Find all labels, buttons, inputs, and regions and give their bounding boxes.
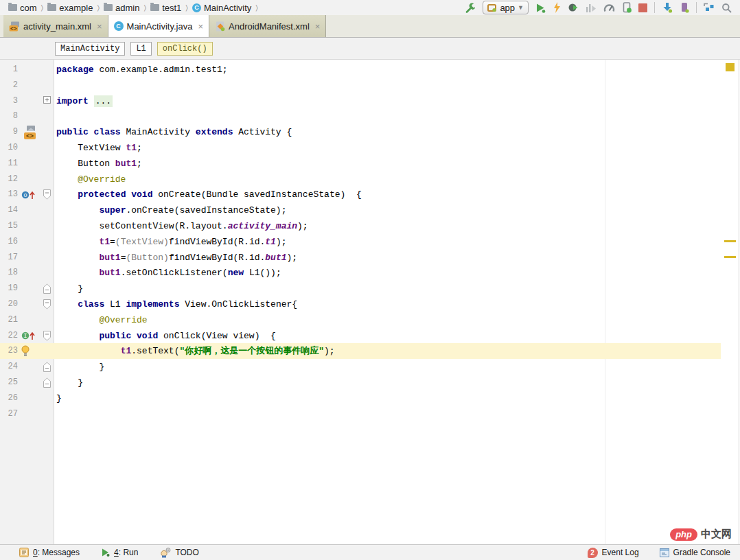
code-line-8[interactable]: 8 [0, 108, 721, 124]
tab-androidmanifest-xml[interactable]: AndroidManifest.xml × [209, 15, 326, 37]
run-icon [102, 548, 110, 557]
tab-mainactivity-java[interactable]: C MainActivity.java × [108, 15, 209, 37]
line-number: 25 [0, 375, 18, 390]
run-configuration-select[interactable]: app ▼ [483, 1, 529, 14]
editor-breadcrumb-l1[interactable]: L1 [130, 42, 151, 56]
code-line-18[interactable]: 18 but1.setOnClickListener(new L1()); [0, 265, 721, 281]
tab-label: AndroidManifest.xml [229, 21, 310, 32]
attach-debug-icon[interactable] [568, 2, 579, 13]
stop-button[interactable] [638, 3, 647, 12]
apply-changes-lightning-icon[interactable] [553, 2, 561, 13]
gradle-console-button[interactable]: Gradle Console [660, 548, 730, 557]
gradle-console-icon [660, 548, 669, 557]
line-number: 3 [0, 93, 18, 109]
breadcrumb-separator: 〉 [185, 3, 188, 12]
tab-activity-main-xml[interactable]: <> activity_main.xml × [3, 15, 108, 37]
code-line-12[interactable]: 12 @Override [0, 172, 721, 187]
line-number: 18 [0, 265, 18, 281]
close-icon[interactable]: × [97, 21, 102, 32]
stripe-warning-mark[interactable] [724, 240, 736, 242]
fold-marker-open[interactable] [43, 189, 51, 200]
chevron-down-icon: ▼ [518, 4, 524, 11]
svg-text:I: I [23, 333, 27, 340]
code-line-10[interactable]: 10 TextView t1; [0, 140, 721, 156]
run-toolwindow-button[interactable]: 4: Run [102, 548, 138, 557]
code-line-11[interactable]: 11 Button but1; [0, 156, 721, 172]
breadcrumb-item-example[interactable]: example [47, 3, 93, 13]
fold-marker-open[interactable] [43, 331, 51, 341]
stripe-warning-mark[interactable] [724, 256, 736, 258]
code-line-24[interactable]: 24 } [0, 359, 721, 375]
code-line-23[interactable]: 23 t1.setText("你好啊，这是一个按钮的事件响应"); [0, 343, 721, 359]
code-line-15[interactable]: 15 setContentView(R.layout.activity_main… [0, 218, 721, 234]
file-status-indicator[interactable] [726, 63, 735, 71]
line-number: 14 [0, 202, 18, 218]
close-icon[interactable]: × [198, 21, 203, 32]
run-button[interactable] [535, 3, 546, 13]
php-cn-watermark: php 中文网 [670, 528, 732, 541]
build-hammer-icon[interactable] [465, 2, 476, 13]
breadcrumb-label: test1 [162, 3, 181, 13]
code-line-3[interactable]: 3import ... [0, 93, 721, 109]
fold-marker-close[interactable] [43, 377, 51, 388]
code-line-13[interactable]: 13o protected void onCreate(Bundle saved… [0, 187, 721, 202]
code-line-26[interactable]: 26} [0, 390, 721, 406]
override-gutter-icon[interactable]: o [21, 187, 36, 202]
line-number: 12 [0, 172, 18, 187]
code-editor[interactable]: 1package com.example.admin.test1;23impor… [0, 60, 740, 544]
code-text: t1.setText("你好啊，这是一个按钮的事件响应"); [56, 343, 335, 359]
search-icon[interactable] [721, 3, 732, 13]
line-number: 1 [0, 62, 18, 78]
fold-marker-open[interactable] [43, 299, 51, 310]
code-text: package com.example.admin.test1; [56, 62, 228, 78]
code-line-21[interactable]: 21 @Override [0, 312, 721, 328]
avd-manager-icon[interactable] [680, 2, 689, 13]
project-structure-icon[interactable] [704, 3, 715, 12]
toolbar-separator [654, 2, 655, 13]
profile-disabled-icon[interactable] [586, 3, 597, 13]
fold-marker-plus[interactable] [43, 96, 51, 104]
folder-icon [150, 4, 159, 11]
toolbar-separator [696, 2, 697, 13]
todo-toolwindow-button[interactable]: TODO [160, 548, 198, 558]
code-line-25[interactable]: 25 } [0, 375, 721, 390]
code-line-19[interactable]: 19 } [0, 281, 721, 296]
breadcrumb-item-admin[interactable]: admin [104, 3, 139, 13]
editor-breadcrumb-onclick[interactable]: onClick() [157, 42, 213, 56]
layout-gutter-icon[interactable]: <> [21, 124, 38, 140]
code-line-16[interactable]: 16 t1=(TextView)findViewById(R.id.t1); [0, 234, 721, 250]
editor-breadcrumb-mainactivity[interactable]: MainActivity [55, 42, 125, 56]
attach-debugger-device-icon[interactable] [622, 2, 632, 13]
event-log-button[interactable]: 2 Event Log [588, 548, 639, 558]
code-line-17[interactable]: 17 but1=(Button)findViewById(R.id.but1); [0, 250, 721, 266]
profiler-gauge-icon[interactable] [603, 3, 615, 13]
code-line-22[interactable]: 22I public void onClick(View view) { [0, 328, 721, 344]
label: Event Log [602, 548, 639, 557]
code-text: class L1 implements View.OnClickListener… [56, 296, 297, 312]
line-number: 2 [0, 78, 18, 93]
tab-label: MainActivity.java [127, 21, 193, 32]
code-line-14[interactable]: 14 super.onCreate(savedInstanceState); [0, 202, 721, 218]
watermark-text: 中文网 [701, 528, 732, 541]
line-number: 21 [0, 312, 18, 328]
fold-marker-close[interactable] [43, 283, 51, 294]
code-line-20[interactable]: 20 class L1 implements View.OnClickListe… [0, 296, 721, 312]
code-line-9[interactable]: 9<>public class MainActivity extends Act… [0, 124, 721, 140]
fold-marker-close[interactable] [43, 362, 51, 372]
breadcrumb-item-test1[interactable]: test1 [150, 3, 181, 13]
messages-toolwindow-button[interactable]: 0: Messages [19, 548, 80, 557]
code-line-27[interactable]: 27 [0, 406, 721, 422]
close-icon[interactable]: × [315, 21, 321, 32]
breadcrumb-item-mainactivity[interactable]: C MainActivity [192, 3, 251, 13]
bulb-gutter-icon[interactable] [21, 343, 30, 359]
editor-scrollbar-track[interactable] [739, 60, 739, 544]
label: : Messages [38, 548, 80, 557]
code-line-2[interactable]: 2 [0, 78, 721, 93]
breadcrumb-item-com[interactable]: com [8, 3, 37, 13]
breadcrumb: com 〉 example 〉 admin 〉 test1 〉 C MainAc… [8, 3, 262, 13]
code-line-1[interactable]: 1package com.example.admin.test1; [0, 62, 721, 78]
line-number: 22 [0, 328, 18, 344]
implement-gutter-icon[interactable]: I [21, 328, 36, 344]
code-text: Button but1; [56, 156, 142, 172]
sync-device-icon[interactable] [662, 2, 673, 13]
